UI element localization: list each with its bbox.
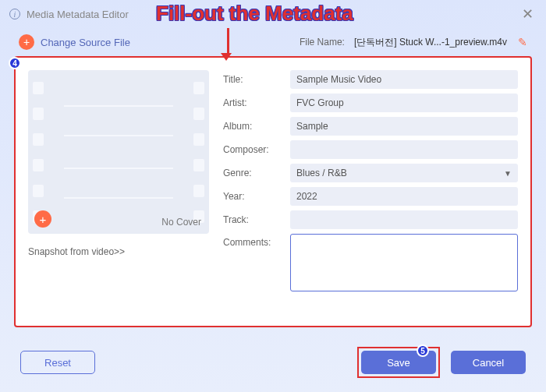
title-input[interactable] — [290, 70, 518, 89]
annotation-text: Fill-out the Metadata — [156, 2, 353, 26]
year-input[interactable] — [290, 187, 518, 206]
artist-input[interactable] — [290, 94, 518, 112]
film-strip-icon — [193, 70, 204, 234]
edit-filename-icon[interactable]: ✎ — [518, 36, 527, 48]
comments-input[interactable] — [290, 234, 518, 291]
album-label: Album: — [223, 121, 284, 132]
step-badge-5: 5 — [417, 344, 429, 357]
filename-value: [단독버전] Stuck W...-1_preview.m4v — [354, 36, 507, 49]
add-source-button[interactable]: + — [19, 34, 34, 50]
cover-preview: + No Cover — [28, 70, 209, 234]
track-label: Track: — [223, 214, 284, 225]
info-icon: i — [9, 9, 20, 19]
cancel-button[interactable]: Cancel — [451, 351, 526, 374]
close-icon[interactable]: ✕ — [519, 2, 537, 26]
composer-label: Composer: — [223, 144, 284, 155]
comments-label: Comments: — [223, 234, 284, 248]
step-badge-4: 4 — [9, 57, 21, 69]
toolbar: + Change Source File File Name: [단독버전] S… — [0, 28, 546, 56]
year-label: Year: — [223, 191, 284, 202]
no-cover-label: No Cover — [161, 217, 201, 228]
footer: Reset Save Cancel — [0, 347, 546, 378]
title-label: Title: — [223, 74, 284, 85]
add-cover-button[interactable]: + — [34, 210, 51, 228]
film-strip-icon — [33, 70, 44, 234]
artist-label: Artist: — [223, 97, 284, 108]
filename-label: File Name: — [300, 37, 345, 48]
snapshot-link[interactable]: Snapshot from video>> — [28, 246, 209, 257]
genre-select[interactable]: Blues / R&B ▼ — [290, 164, 518, 182]
track-input[interactable] — [290, 210, 518, 229]
album-input[interactable] — [290, 117, 518, 136]
film-frame-icon — [64, 105, 173, 199]
composer-input[interactable] — [290, 140, 518, 159]
chevron-down-icon: ▼ — [504, 169, 512, 178]
change-source-link[interactable]: Change Source File — [41, 37, 130, 48]
metadata-form: Title: Artist: Album: Composer: Genre: B… — [223, 70, 518, 313]
annotation-arrow — [225, 28, 232, 61]
reset-button[interactable]: Reset — [20, 351, 95, 374]
main-panel: + No Cover Snapshot from video>> Title: … — [14, 56, 532, 327]
genre-label: Genre: — [223, 168, 284, 178]
genre-value: Blues / R&B — [296, 168, 347, 178]
